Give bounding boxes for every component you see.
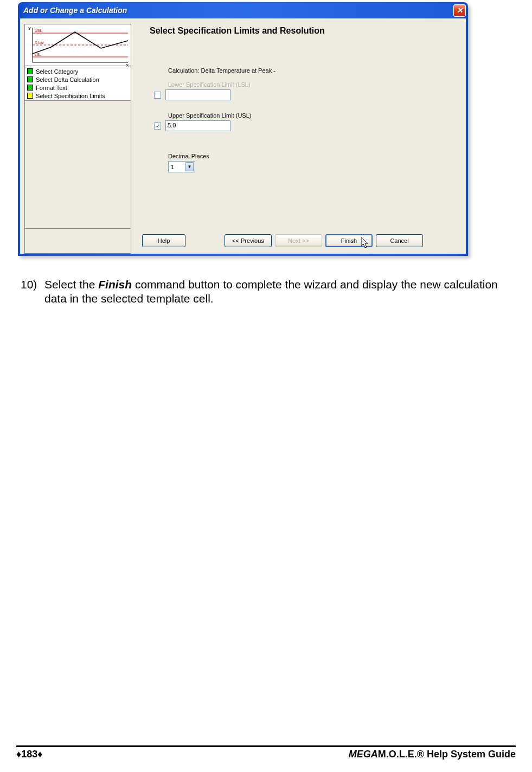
page-number: ♦183♦ xyxy=(16,749,42,760)
instruction-text: 10) Select the Finish command button to … xyxy=(21,278,499,306)
sidebar-spacer-bottom xyxy=(24,229,131,254)
step-select-specification-limits: Select Specification Limits xyxy=(25,92,131,100)
title-bar[interactable]: Add or Change a Calculation ✕ xyxy=(18,2,468,18)
cancel-button[interactable]: Cancel xyxy=(376,234,423,247)
instruction-number: 10) xyxy=(21,278,44,306)
step-status-icon xyxy=(27,76,33,82)
usl-label: Upper Specification Limit (USL) xyxy=(154,112,460,119)
guide-title: MEGAM.O.L.E.® Help System Guide xyxy=(349,749,516,760)
close-button[interactable]: ✕ xyxy=(453,4,466,17)
cursor-icon xyxy=(361,237,370,249)
panel-heading: Select Specification Limits and Resoluti… xyxy=(138,24,460,36)
x-axis-label: X xyxy=(126,63,129,67)
lsl-label: LSL xyxy=(35,53,42,56)
xbar-label: X-bar xyxy=(35,41,44,44)
step-format-text: Format Text xyxy=(25,83,131,92)
close-icon: ✕ xyxy=(457,6,463,15)
help-button[interactable]: Help xyxy=(142,234,185,247)
finish-button-label: Finish xyxy=(341,237,357,244)
step-label: Select Category xyxy=(36,68,78,75)
check-icon: ✓ xyxy=(156,123,160,129)
step-status-icon xyxy=(27,68,33,74)
decimal-places-value: 1 xyxy=(171,164,174,170)
lsl-input[interactable] xyxy=(165,89,230,100)
sidebar-spacer xyxy=(24,101,131,229)
step-label: Select Delta Calculation xyxy=(36,76,99,83)
button-bar: Help << Previous Next >> Finish Cancel xyxy=(142,234,458,247)
decimal-places-select[interactable]: 1 ▼ xyxy=(168,161,195,172)
wizard-steps: Select Category Select Delta Calculation… xyxy=(24,66,131,101)
previous-button[interactable]: << Previous xyxy=(225,234,272,247)
step-status-icon xyxy=(27,85,33,91)
finish-button[interactable]: Finish xyxy=(325,234,373,247)
step-label: Select Specification Limits xyxy=(36,93,105,99)
usl-label: USL xyxy=(35,29,42,33)
lsl-label: Lower Specification Limit (LSL) xyxy=(154,81,460,88)
calculation-label: Calculation: Delta Temperature at Peak - xyxy=(154,67,460,74)
dialog-window: Add or Change a Calculation ✕ Y X USL xyxy=(18,2,468,256)
step-select-category: Select Category xyxy=(25,67,131,75)
step-status-icon xyxy=(27,93,33,99)
chevron-down-icon: ▼ xyxy=(185,162,194,171)
dialog-body: Y X USL X-bar LSL Select Category xyxy=(20,18,466,254)
usl-checkbox[interactable]: ✓ xyxy=(154,123,161,130)
step-select-delta-calculation: Select Delta Calculation xyxy=(25,75,131,83)
usl-input[interactable]: 5.0 xyxy=(165,120,230,131)
y-axis-label: Y xyxy=(28,26,31,31)
page-footer: ♦183♦ MEGAM.O.L.E.® Help System Guide xyxy=(16,745,516,760)
chart-preview: Y X USL X-bar LSL xyxy=(24,24,131,66)
svg-marker-5 xyxy=(361,237,368,248)
lsl-checkbox[interactable] xyxy=(154,92,161,99)
next-button[interactable]: Next >> xyxy=(275,234,322,247)
decimal-places-label: Decimal Places xyxy=(154,153,460,159)
step-label: Format Text xyxy=(36,85,67,91)
window-title: Add or Change a Calculation xyxy=(23,6,127,15)
instruction-bold: Finish xyxy=(98,278,132,291)
